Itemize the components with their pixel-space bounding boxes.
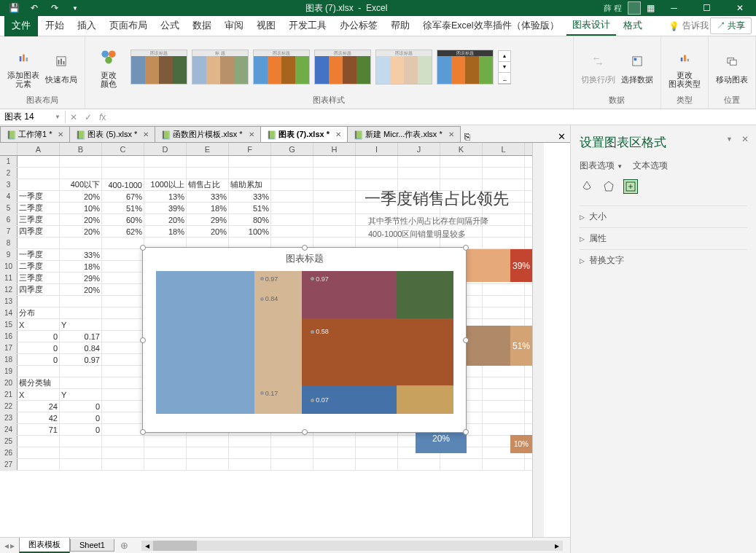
- cell[interactable]: [17, 447, 60, 458]
- col-header[interactable]: J: [398, 143, 440, 155]
- col-header[interactable]: B: [60, 143, 102, 155]
- tab-help[interactable]: 帮助: [385, 17, 416, 35]
- cell[interactable]: 39%: [144, 203, 187, 213]
- cell[interactable]: [102, 447, 144, 458]
- cell[interactable]: [60, 366, 102, 377]
- cell[interactable]: [60, 168, 102, 179]
- cell[interactable]: 三季度: [17, 214, 60, 225]
- cell[interactable]: 42: [17, 412, 60, 423]
- cell[interactable]: 29%: [60, 272, 102, 283]
- sheet-nav-last-icon[interactable]: ▸: [10, 541, 15, 551]
- tab-review[interactable]: 审阅: [219, 17, 249, 35]
- chart-plot-area[interactable]: 0.97 0.97 0.84 0.58 0.17 0.07: [156, 271, 453, 414]
- cell[interactable]: [187, 156, 229, 167]
- cell[interactable]: [356, 168, 398, 179]
- row-header[interactable]: 6: [0, 214, 17, 225]
- scroll-thumb[interactable]: [153, 541, 197, 551]
- cell[interactable]: [17, 296, 60, 307]
- cell[interactable]: [187, 459, 229, 470]
- cell[interactable]: [60, 377, 102, 388]
- quick-layout-button[interactable]: 快速布局: [45, 50, 77, 85]
- cell[interactable]: 横分类轴: [17, 377, 60, 388]
- cell[interactable]: 33%: [187, 191, 229, 202]
- spreadsheet-grid[interactable]: A B C D E F G H I J K L 123400以下400-1000…: [0, 143, 532, 537]
- row-header[interactable]: 13: [0, 296, 17, 307]
- cell[interactable]: [313, 156, 356, 167]
- tab-insert[interactable]: 插入: [71, 17, 102, 35]
- cell[interactable]: [60, 156, 102, 167]
- tab-data[interactable]: 数据: [187, 17, 217, 35]
- cell[interactable]: [187, 447, 229, 458]
- style-thumb-3[interactable]: 图表标题: [253, 50, 310, 85]
- user-avatar-icon[interactable]: [628, 1, 641, 15]
- cell[interactable]: 20%: [60, 284, 102, 295]
- effects-icon[interactable]: [601, 179, 616, 194]
- cell[interactable]: 18%: [144, 226, 187, 237]
- cell[interactable]: [356, 447, 398, 458]
- cell[interactable]: [313, 168, 356, 179]
- cell[interactable]: [229, 436, 271, 447]
- tab-view[interactable]: 视图: [251, 17, 281, 35]
- cell[interactable]: [271, 179, 313, 190]
- workbook-tab[interactable]: 📗图表 (5).xlsx *✕: [69, 126, 155, 142]
- minimize-button[interactable]: ─: [658, 0, 690, 16]
- style-thumb-5[interactable]: 图表标题: [375, 50, 432, 85]
- close-icon[interactable]: ✕: [58, 130, 63, 138]
- tell-me[interactable]: 💡告诉我: [669, 20, 709, 32]
- cell[interactable]: [17, 436, 60, 447]
- col-header[interactable]: E: [187, 143, 229, 155]
- style-thumb-6[interactable]: 图表标题: [437, 50, 494, 85]
- cell[interactable]: 0: [60, 401, 102, 412]
- resize-handle[interactable]: [302, 245, 308, 251]
- workbook-tab[interactable]: 📗新建 Micr...作表.xlsx *✕: [347, 126, 461, 142]
- cell[interactable]: 0: [60, 412, 102, 423]
- sheet-tab[interactable]: 图表模板: [19, 538, 70, 553]
- horizontal-scrollbar[interactable]: ◂ ▸: [141, 541, 563, 551]
- tab-formulas[interactable]: 公式: [155, 17, 185, 35]
- redo-icon[interactable]: ↷: [47, 1, 63, 15]
- fx-icon[interactable]: fx: [99, 112, 106, 122]
- cell[interactable]: [271, 168, 313, 179]
- col-header[interactable]: D: [144, 143, 187, 155]
- cell[interactable]: 0.17: [60, 331, 102, 342]
- cell[interactable]: [313, 447, 356, 458]
- scroll-right-icon[interactable]: ▸: [551, 541, 563, 551]
- text-options-tab[interactable]: 文本选项: [633, 160, 668, 172]
- close-button[interactable]: ✕: [723, 0, 756, 16]
- row-header[interactable]: 2: [0, 168, 17, 179]
- resize-handle[interactable]: [463, 245, 469, 251]
- cell[interactable]: [356, 459, 398, 470]
- close-icon[interactable]: ✕: [143, 130, 149, 138]
- cell[interactable]: 辅助累加: [229, 179, 271, 190]
- workbook-tab[interactable]: 📗图表 (7).xlsx *✕: [260, 126, 348, 142]
- tab-plugin[interactable]: 徐军泰Excel效率插件（体验版）: [417, 17, 565, 35]
- tab-chart-design[interactable]: 图表设计: [566, 16, 616, 36]
- row-header[interactable]: 16: [0, 331, 17, 342]
- cell[interactable]: [102, 284, 144, 295]
- style-thumb-4[interactable]: 图表标题: [314, 50, 371, 85]
- cell[interactable]: [271, 203, 313, 213]
- cell[interactable]: [313, 459, 356, 470]
- cancel-formula-icon[interactable]: ✕: [70, 112, 77, 122]
- cell[interactable]: [102, 249, 144, 260]
- row-header[interactable]: 25: [0, 436, 17, 447]
- cell[interactable]: [398, 156, 440, 167]
- row-header[interactable]: 11: [0, 272, 17, 283]
- cell[interactable]: 分布: [17, 307, 60, 318]
- table-row[interactable]: 2: [0, 168, 532, 179]
- undo-icon[interactable]: ↶: [26, 1, 42, 15]
- cell[interactable]: 400-1000: [102, 179, 144, 190]
- row-header[interactable]: 7: [0, 226, 17, 237]
- cell[interactable]: [271, 214, 313, 225]
- cell[interactable]: 33%: [60, 249, 102, 260]
- cell[interactable]: Y: [60, 319, 102, 330]
- fill-line-icon[interactable]: [580, 179, 594, 194]
- col-header[interactable]: F: [229, 143, 271, 155]
- cell[interactable]: 80%: [229, 214, 271, 225]
- cell[interactable]: [60, 307, 102, 318]
- cell[interactable]: [271, 447, 313, 458]
- cell[interactable]: [17, 156, 60, 167]
- cell[interactable]: 销售占比: [187, 179, 229, 190]
- row-header[interactable]: 22: [0, 401, 17, 412]
- cell[interactable]: 20%: [187, 226, 229, 237]
